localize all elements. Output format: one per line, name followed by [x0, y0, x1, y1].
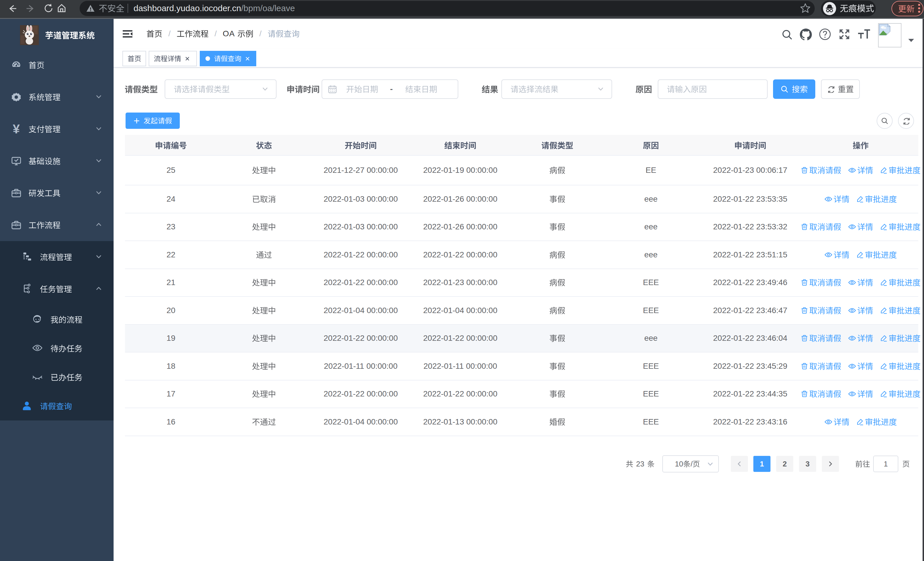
svg-text:¥: ¥ [13, 123, 20, 136]
